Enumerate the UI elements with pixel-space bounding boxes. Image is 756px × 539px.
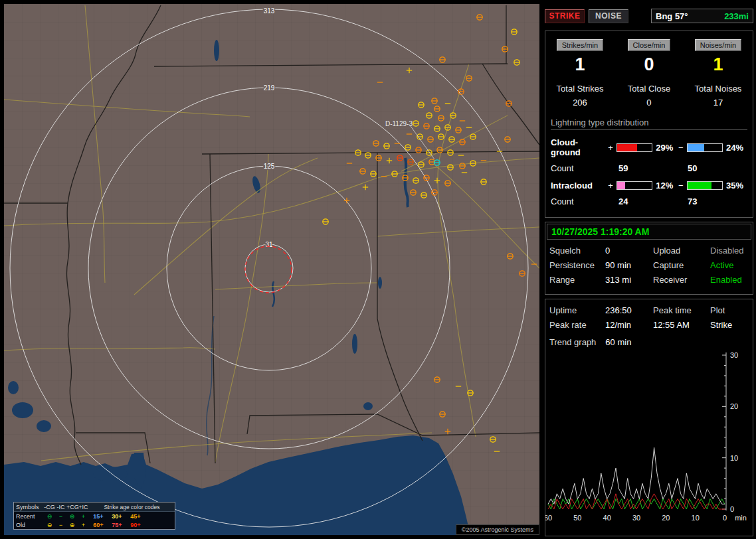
age-badge: 15+ bbox=[89, 513, 108, 520]
status-grid: Squelch 0 Upload Disabled Persistence 90… bbox=[545, 241, 753, 289]
close-per-min-button[interactable]: Close/min bbox=[628, 39, 671, 51]
neg-cg-icon: ⊖ bbox=[44, 513, 55, 520]
peak-rate-value: 12/min bbox=[605, 320, 653, 330]
noises-column: Noises/min 1 Total Noises 17 bbox=[684, 39, 753, 108]
trend-graph-header: Trend graph 60 min bbox=[545, 330, 753, 347]
upload-status: Disabled bbox=[710, 246, 749, 256]
plot-value: Strike bbox=[710, 320, 749, 330]
bearing-label: Bng 57° bbox=[656, 11, 688, 21]
plot-label: Plot bbox=[710, 305, 749, 315]
strike-button[interactable]: STRIKE bbox=[545, 9, 585, 23]
pos-ic-icon: + bbox=[78, 522, 89, 528]
pos-cg-icon: ⊕ bbox=[66, 513, 78, 520]
legend-col-neg-ic: -IC bbox=[55, 504, 66, 510]
legend-row-label: Old bbox=[14, 522, 44, 528]
cloud-ground-count-row: Count 59 50 bbox=[551, 163, 747, 173]
legend-col-pos-cg: +CG bbox=[66, 504, 78, 510]
stats-grid: Uptime 236:50 Peak time Plot Peak rate 1… bbox=[545, 299, 753, 330]
lightning-map[interactable]: 313 219 125 31 D-1129-3 bbox=[4, 4, 539, 535]
receiver-label: Receiver bbox=[653, 275, 710, 285]
cloud-ground-row: Cloud-ground + 29% − 24% bbox=[551, 137, 747, 157]
strikes-per-min-button[interactable]: Strikes/min bbox=[557, 39, 603, 51]
total-noises-label: Total Noises bbox=[684, 84, 753, 94]
upload-label: Upload bbox=[653, 246, 710, 256]
svg-text:20: 20 bbox=[730, 402, 738, 410]
noise-button[interactable]: NOISE bbox=[589, 9, 628, 23]
trend-window-value: 60 min bbox=[605, 337, 631, 347]
total-close-value: 0 bbox=[614, 98, 684, 108]
svg-text:10: 10 bbox=[730, 454, 738, 462]
ic-minus-count: 73 bbox=[688, 196, 697, 206]
stats-section: Uptime 236:50 Peak time Plot Peak rate 1… bbox=[545, 299, 753, 536]
persistence-value: 90 min bbox=[605, 260, 653, 270]
persistence-label: Persistence bbox=[549, 260, 605, 270]
legend-row-old: Old ⊖ − ⊕ + 60+ 75+ 90+ bbox=[14, 520, 175, 529]
capture-label: Capture bbox=[653, 260, 710, 270]
neg-ic-icon: − bbox=[55, 513, 66, 520]
legend-row-label: Recent bbox=[14, 513, 44, 520]
ic-plus-bar bbox=[616, 181, 653, 190]
ic-plus-pct: 12% bbox=[656, 181, 677, 191]
cg-minus-pct: 24% bbox=[726, 143, 747, 153]
strikes-column: Strikes/min 1 Total Strikes 206 bbox=[545, 39, 614, 108]
pos-ic-icon: + bbox=[78, 513, 89, 520]
range-ring-label: 125 bbox=[264, 163, 275, 170]
ic-minus-bar bbox=[687, 181, 723, 190]
count-label: Count bbox=[551, 196, 618, 206]
map-area[interactable]: 313 219 125 31 D-1129-3 Symbols -CG -IC … bbox=[4, 4, 539, 535]
legend-symbols-title: Symbols bbox=[14, 504, 44, 510]
minus-sign: − bbox=[677, 143, 684, 153]
trend-graph[interactable]: 30201006050403020100min bbox=[545, 350, 750, 526]
peak-time-label: Peak time bbox=[653, 305, 710, 315]
status-section: 10/27/2025 1:19:20 AM Squelch 0 Upload D… bbox=[545, 222, 753, 295]
svg-text:30: 30 bbox=[730, 351, 738, 359]
flash-label: D-1129-3 bbox=[385, 120, 413, 127]
svg-text:0: 0 bbox=[730, 505, 734, 513]
range-ring-label: 313 bbox=[264, 7, 275, 15]
total-strikes-value: 206 bbox=[545, 98, 614, 108]
cg-plus-count: 59 bbox=[618, 163, 688, 173]
plus-sign: + bbox=[607, 181, 614, 191]
svg-text:40: 40 bbox=[603, 514, 611, 522]
close-column: Close/min 0 Total Close 0 bbox=[614, 39, 684, 108]
plus-sign: + bbox=[607, 143, 614, 153]
side-panel: STRIKE NOISE Bng 57° 233mi Strikes/min 1… bbox=[542, 0, 756, 539]
svg-text:20: 20 bbox=[662, 514, 670, 522]
copyright: ©2005 Astrogenic Systems bbox=[456, 524, 539, 535]
cg-plus-pct: 29% bbox=[656, 143, 677, 153]
range-ring-label: 219 bbox=[264, 84, 275, 92]
neg-cg-icon: ⊖ bbox=[44, 522, 55, 528]
intracloud-label: Intracloud bbox=[551, 181, 607, 191]
ic-minus-pct: 35% bbox=[726, 181, 747, 191]
strike-legend: Symbols -CG -IC +CG +IC Strike age color… bbox=[13, 502, 175, 530]
total-close-label: Total Close bbox=[614, 84, 684, 94]
strikes-per-min-value: 1 bbox=[545, 54, 614, 75]
ic-plus-count: 24 bbox=[618, 196, 688, 206]
legend-row-recent: Recent ⊖ − ⊕ + 15+ 30+ 45+ bbox=[14, 512, 175, 520]
age-badge: 30+ bbox=[108, 513, 126, 520]
range-label: Range bbox=[549, 275, 605, 285]
age-badge: 75+ bbox=[108, 522, 126, 528]
intracloud-row: Intracloud + 12% − 35% bbox=[551, 181, 747, 191]
top-controls: STRIKE NOISE Bng 57° 233mi bbox=[545, 8, 753, 24]
age-badge: 60+ bbox=[89, 522, 108, 528]
pos-cg-icon: ⊕ bbox=[66, 522, 78, 528]
svg-text:50: 50 bbox=[573, 514, 581, 522]
total-strikes-label: Total Strikes bbox=[545, 84, 614, 94]
range-ring-label: 31 bbox=[265, 241, 273, 248]
noises-per-min-button[interactable]: Noises/min bbox=[695, 39, 741, 51]
svg-text:60: 60 bbox=[545, 514, 552, 522]
age-badge: 45+ bbox=[126, 513, 145, 520]
datetime-display: 10/27/2025 1:19:20 AM bbox=[547, 224, 751, 240]
minus-sign: − bbox=[677, 181, 684, 191]
capture-status: Active bbox=[710, 260, 749, 270]
age-badge: 90+ bbox=[126, 522, 145, 528]
trend-graph-label: Trend graph bbox=[549, 337, 596, 347]
svg-text:10: 10 bbox=[692, 514, 700, 522]
legend-age-title: Strike age color codes bbox=[89, 504, 175, 510]
peak-rate-label: Peak rate bbox=[549, 320, 605, 330]
cloud-ground-label: Cloud-ground bbox=[551, 137, 607, 157]
bearing-distance: 233mi bbox=[724, 11, 749, 21]
uptime-value: 236:50 bbox=[605, 305, 653, 315]
svg-text:min: min bbox=[735, 514, 747, 522]
